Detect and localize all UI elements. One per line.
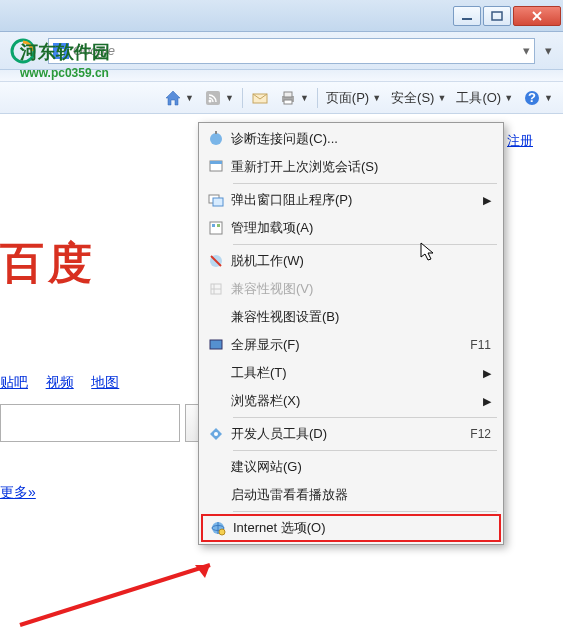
chevron-down-icon[interactable]: ▾: [523, 43, 530, 58]
svg-rect-16: [213, 198, 223, 206]
menu-diagnose[interactable]: 诊断连接问题(C)...: [201, 125, 501, 153]
svg-point-23: [214, 432, 218, 436]
svg-rect-8: [284, 100, 292, 104]
submenu-arrow-icon: ▶: [483, 395, 491, 408]
devtools-icon: [201, 425, 231, 443]
svg-text:?: ?: [528, 90, 536, 105]
menu-fullscreen[interactable]: 全屏显示(F) F11: [201, 331, 501, 359]
diagnose-icon: [201, 130, 231, 148]
menu-reopen-session[interactable]: 重新打开上次浏览会话(S): [201, 153, 501, 181]
page-menu-button[interactable]: 页面(P)▼: [322, 86, 385, 110]
command-toolbar: ▼ ▼ ▼ 页面(P)▼ 安全(S)▼ 工具(O)▼ ?▼: [0, 82, 563, 114]
close-button[interactable]: [513, 6, 561, 26]
nav-map[interactable]: 地图: [91, 374, 119, 390]
menu-manage-addons[interactable]: 管理加载项(A): [201, 214, 501, 242]
fullscreen-icon: [201, 336, 231, 354]
menu-compat-view: 兼容性视图(V): [201, 275, 501, 303]
search-input[interactable]: [1, 405, 179, 441]
tools-dropdown-menu: 诊断连接问题(C)... 重新打开上次浏览会话(S) 弹出窗口阻止程序(P) ▶…: [198, 122, 504, 545]
printer-icon: [279, 89, 297, 107]
help-button[interactable]: ?▼: [519, 86, 557, 110]
svg-rect-12: [215, 131, 217, 134]
home-icon: [164, 89, 182, 107]
rss-icon: [204, 89, 222, 107]
address-dropdown-icon[interactable]: ▾: [539, 42, 557, 60]
offline-icon: [201, 252, 231, 270]
feeds-button[interactable]: ▼: [200, 86, 238, 110]
address-bar: 河东软件园 www.pc0359.cn g Google ▾ ▾: [0, 32, 563, 70]
svg-rect-19: [217, 224, 220, 227]
svg-rect-7: [284, 92, 292, 97]
menu-toolbars[interactable]: 工具栏(T) ▶: [201, 359, 501, 387]
register-link[interactable]: 注册: [507, 133, 533, 148]
maximize-button[interactable]: [483, 6, 511, 26]
nav-video[interactable]: 视频: [46, 374, 74, 390]
watermark-text: 河东软件园 www.pc0359.cn: [20, 40, 110, 80]
tools-menu-button[interactable]: 工具(O)▼: [452, 86, 517, 110]
home-button[interactable]: ▼: [160, 86, 198, 110]
internet-options-icon: [203, 519, 233, 537]
submenu-arrow-icon: ▶: [483, 194, 491, 207]
annotation-arrow-icon: [10, 560, 230, 631]
search-engine-box[interactable]: g Google ▾: [48, 38, 535, 64]
svg-rect-14: [210, 161, 222, 164]
safety-menu-button[interactable]: 安全(S)▼: [387, 86, 450, 110]
svg-rect-0: [462, 18, 472, 20]
svg-point-11: [210, 133, 222, 145]
nav-links: 贴吧 视频 地图: [0, 374, 133, 392]
popup-icon: [201, 191, 231, 209]
mouse-cursor-icon: [420, 242, 436, 262]
submenu-arrow-icon: ▶: [483, 367, 491, 380]
svg-point-26: [219, 529, 225, 535]
menu-work-offline[interactable]: 脱机工作(W): [201, 247, 501, 275]
page-content: 登录 注册 百度 贴吧 视频 地图 百度 更多» 诊断连接问题(C)... 重新…: [0, 114, 563, 631]
reopen-icon: [201, 158, 231, 176]
menu-devtools[interactable]: 开发人员工具(D) F12: [201, 420, 501, 448]
mail-icon: [251, 89, 269, 107]
svg-rect-18: [212, 224, 215, 227]
window-titlebar: [0, 0, 563, 32]
more-link[interactable]: 更多»: [0, 484, 36, 502]
menu-compat-settings[interactable]: 兼容性视图设置(B): [201, 303, 501, 331]
menu-internet-options[interactable]: Internet 选项(O): [201, 514, 501, 542]
compat-icon: [201, 280, 231, 298]
svg-rect-22: [210, 340, 222, 349]
minimize-button[interactable]: [453, 6, 481, 26]
menu-popup-blocker[interactable]: 弹出窗口阻止程序(P) ▶: [201, 186, 501, 214]
svg-point-4: [209, 99, 212, 102]
svg-marker-28: [195, 565, 210, 578]
addons-icon: [201, 219, 231, 237]
nav-tieba[interactable]: 贴吧: [0, 374, 28, 390]
svg-rect-3: [206, 91, 220, 105]
print-button[interactable]: ▼: [275, 86, 313, 110]
mail-button[interactable]: [247, 86, 273, 110]
svg-line-27: [20, 565, 210, 625]
page-title: 百度: [0, 234, 96, 293]
help-icon: ?: [523, 89, 541, 107]
svg-rect-17: [210, 222, 222, 234]
menu-explorer-bars[interactable]: 浏览器栏(X) ▶: [201, 387, 501, 415]
svg-rect-1: [492, 12, 502, 20]
menu-suggested-sites[interactable]: 建议网站(G): [201, 453, 501, 481]
search-input-box[interactable]: [0, 404, 180, 442]
menu-xunlei-player[interactable]: 启动迅雷看看播放器: [201, 481, 501, 509]
